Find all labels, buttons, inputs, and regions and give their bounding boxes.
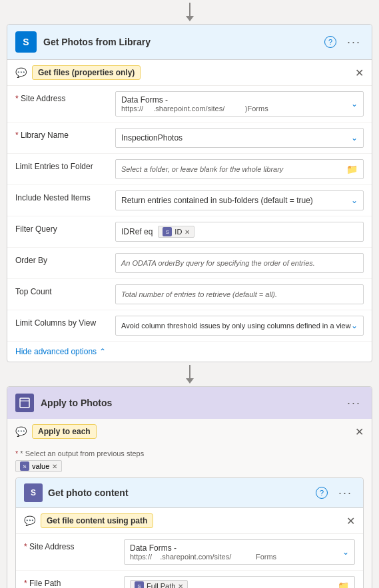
apply-to-header: Apply to Photos ···: [7, 387, 372, 419]
file-path-folder-icon: 📁: [338, 581, 349, 588]
top-count-row: Top Count Total number of entries to ret…: [7, 279, 372, 310]
get-photo-form-body: * Site Address Data Forms - https:// .sh…: [16, 534, 363, 588]
order-by-row: Order By An ODATA orderBy query for spec…: [7, 248, 372, 279]
site-address-row: * Site Address Data Forms - https:// .sh…: [7, 86, 372, 123]
get-photos-form-body: * Site Address Data Forms - https:// .sh…: [7, 86, 372, 342]
filter-query-label: Filter Query: [15, 222, 115, 234]
file-path-control[interactable]: S Full Path ✕ 📁: [124, 576, 355, 588]
tag-label-id: ID: [175, 228, 182, 236]
apply-to-each-close-icon: ✕: [355, 426, 364, 438]
help-icon: ?: [324, 36, 336, 48]
apply-to-each-close-button[interactable]: ✕: [355, 426, 364, 438]
library-name-dropdown-arrow: ⌄: [351, 133, 358, 143]
apply-to-more-button[interactable]: ···: [344, 395, 364, 412]
site-address-dropdown-arrow: ⌄: [351, 99, 358, 109]
top-arrow-connector: [186, 3, 194, 21]
limit-entries-control[interactable]: Select a folder, or leave blank for the …: [115, 159, 364, 179]
include-nested-value: Return entries contained in sub-folders …: [121, 196, 313, 205]
library-name-label: * Library Name: [15, 128, 115, 140]
limit-columns-row: Limit Columns by View Avoid column thres…: [7, 310, 372, 342]
inner-site-address-line1: Data Forms -: [130, 543, 342, 553]
inner-site-address-dropdown-arrow: ⌄: [342, 547, 349, 557]
inner-site-address-row: * Site Address Data Forms - https:// .sh…: [16, 534, 363, 571]
limit-entries-row: Limit Entries to Folder Select a folder,…: [7, 154, 372, 185]
get-photo-help-button[interactable]: ?: [313, 485, 330, 500]
include-nested-control[interactable]: Return entries contained in sub-folders …: [115, 190, 364, 210]
apply-to-each-badge: Apply to each: [32, 424, 97, 439]
get-file-content-close-button[interactable]: ✕: [346, 515, 355, 527]
apply-to-body: 💬 Apply to each ✕ * * Select an output f…: [7, 419, 372, 588]
get-photo-more-button[interactable]: ···: [336, 485, 355, 501]
filter-query-prefix: IDRef eq: [121, 227, 153, 236]
file-path-tag-icon: S: [135, 581, 144, 588]
get-photos-header-icon: S: [15, 31, 37, 53]
hide-advanced-options-toggle[interactable]: Hide advanced options ⌃: [7, 342, 372, 362]
order-by-control[interactable]: An ODATA orderBy query for specifying th…: [115, 253, 364, 273]
site-address-value: Data Forms - https:// .sharepoint.com/si…: [121, 95, 351, 113]
get-photos-help-button[interactable]: ?: [322, 35, 339, 49]
top-count-placeholder: Total number of entries to retrieve (def…: [121, 290, 277, 298]
get-photos-more-button[interactable]: ···: [344, 34, 364, 51]
get-photo-header-actions: ? ···: [313, 485, 355, 501]
apply-to-tag-icon: S: [20, 461, 29, 471]
apply-to-svg-icon: [19, 398, 30, 408]
chat-icon: 💬: [15, 67, 27, 78]
filter-query-tags: IDRef eq S ID ✕: [121, 226, 194, 238]
apply-to-tags: S value ✕: [15, 460, 364, 472]
filter-query-tag-id: S ID ✕: [158, 226, 194, 238]
get-photos-title: Get Photos from Library: [43, 37, 315, 47]
site-address-label: * Site Address: [15, 91, 115, 103]
limit-columns-control[interactable]: Avoid column threshold issues by only us…: [115, 316, 364, 336]
close-icon: ✕: [355, 67, 364, 79]
library-name-value: InspectionPhotos: [121, 133, 183, 143]
site-address-line1: Data Forms -: [121, 95, 351, 105]
inner-site-address-label: * Site Address: [24, 539, 124, 551]
include-nested-dropdown-arrow: ⌄: [351, 196, 358, 205]
inner-site-address-value: Data Forms - https:// .sharepoint.com/si…: [130, 543, 342, 561]
get-photos-card: S Get Photos from Library ? ··· 💬 Get fi…: [7, 24, 372, 362]
get-photo-content-header: S Get photo content ? ···: [16, 478, 363, 508]
get-photos-header-actions: ? ···: [322, 34, 364, 51]
tag-close-id[interactable]: ✕: [185, 228, 190, 236]
file-path-tag-close[interactable]: ✕: [178, 583, 183, 589]
file-path-tags: S Full Path ✕: [130, 580, 188, 588]
get-photo-content-title: Get photo content: [48, 487, 308, 498]
apply-to-tag-label: value: [32, 462, 49, 470]
limit-entries-label: Limit Entries to Folder: [15, 159, 115, 171]
order-by-label: Order By: [15, 253, 115, 265]
folder-icon: 📁: [346, 164, 358, 174]
apply-to-value-tag: S value ✕: [15, 460, 62, 472]
library-name-control[interactable]: InspectionPhotos ⌄: [115, 128, 364, 148]
library-name-row: * Library Name InspectionPhotos ⌄: [7, 123, 372, 154]
top-count-control[interactable]: Total number of entries to retrieve (def…: [115, 284, 364, 304]
include-nested-row: Include Nested Items Return entries cont…: [7, 185, 372, 216]
limit-columns-label: Limit Columns by View: [15, 316, 115, 328]
more-options-icon: ···: [347, 35, 361, 49]
get-photo-more-icon: ···: [338, 486, 352, 500]
apply-to-card: Apply to Photos ··· 💬 Apply to each ✕ * …: [7, 386, 372, 588]
get-photo-content-card: S Get photo content ? ··· 💬 Get file con…: [15, 477, 364, 588]
file-path-tag: S Full Path ✕: [130, 580, 188, 588]
order-by-placeholder: An ODATA orderBy query for specifying th…: [121, 259, 315, 267]
file-path-label: * File Path: [24, 576, 124, 588]
filter-query-row: Filter Query IDRef eq S ID ✕: [7, 216, 372, 248]
apply-to-header-icon: [15, 394, 34, 412]
select-output-label: * * Select an output from previous steps: [15, 444, 364, 460]
filter-query-control[interactable]: IDRef eq S ID ✕: [115, 222, 364, 242]
get-file-content-close-icon: ✕: [346, 515, 355, 527]
include-nested-label: Include Nested Items: [15, 190, 115, 202]
middle-arrow-connector: [186, 365, 194, 384]
get-files-badge: Get files (properties only): [32, 65, 141, 80]
get-file-content-badge: Get file content using path: [41, 513, 153, 528]
limit-columns-value: Avoid column threshold issues by only us…: [121, 322, 351, 330]
apply-to-tag-close[interactable]: ✕: [52, 463, 57, 470]
get-photos-sub-header: 💬 Get files (properties only) ✕: [7, 60, 372, 86]
limit-columns-dropdown-arrow: ⌄: [351, 321, 358, 330]
get-file-chat-icon: 💬: [24, 515, 35, 526]
inner-site-address-control[interactable]: Data Forms - https:// .sharepoint.com/si…: [124, 539, 355, 565]
site-address-control[interactable]: Data Forms - https:// .sharepoint.com/si…: [115, 91, 364, 117]
apply-to-title: Apply to Photos: [41, 398, 338, 408]
inner-site-address-line2: https:// .sharepoint.com/sites/ Forms: [130, 553, 342, 561]
get-files-close-button[interactable]: ✕: [355, 67, 364, 79]
apply-to-each-sub-header: 💬 Apply to each ✕: [15, 419, 364, 444]
